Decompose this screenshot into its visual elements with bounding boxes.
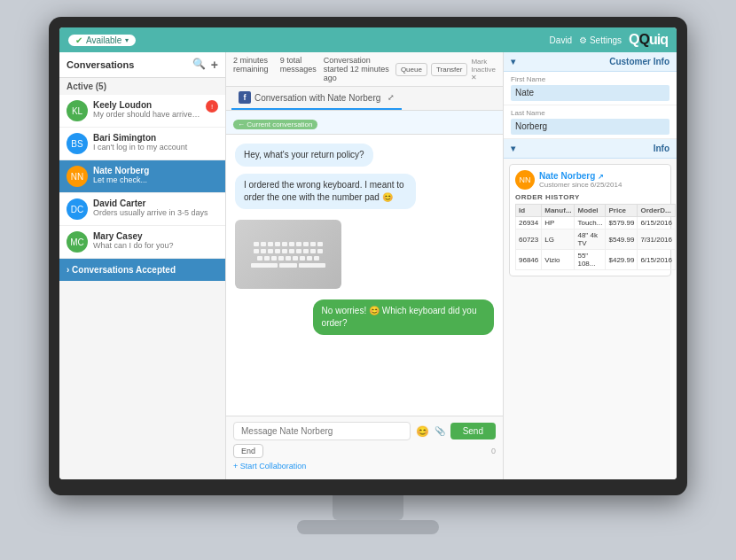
- time-remaining: 2 minutes remaining: [233, 56, 273, 82]
- table-header-price: Price: [606, 205, 638, 217]
- chat-input-area: 😊 📎 Send End 0 + Start Collaboration: [226, 416, 503, 479]
- first-name-value: Nate: [511, 85, 669, 101]
- customer-info-title: Customer Info: [609, 57, 669, 66]
- chevron-down-icon-info: ▾: [511, 144, 515, 153]
- chat-panel: 2 minutes remaining 9 total messages Con…: [226, 52, 504, 479]
- emoji-icon[interactable]: 😊: [416, 425, 429, 438]
- avatar: BS: [67, 133, 88, 154]
- conversation-item-bari[interactable]: BS Bari Simington I can't log in to my a…: [59, 128, 225, 160]
- order-row-1: 26934HPTouch...$579.996/15/2016: [516, 217, 676, 229]
- table-header-date: OrderD...: [638, 205, 676, 217]
- facebook-icon: f: [239, 91, 251, 104]
- conv-name: David Carter: [93, 198, 218, 208]
- top-navigation-bar: ✔ Available ▾ David ⚙ Settings QQuiq: [59, 27, 677, 52]
- gear-icon: ⚙: [579, 35, 590, 45]
- conv-name: Nate Norberg: [93, 166, 218, 175]
- conversations-accepted[interactable]: › Conversations Accepted: [59, 259, 225, 281]
- customer-since: Customer since 6/25/2014: [539, 181, 622, 189]
- available-status[interactable]: ✔ Available ▾: [68, 35, 136, 46]
- avatar: MC: [67, 231, 88, 253]
- message-3: No worries! 😊 Which keyboard did you ord…: [313, 299, 494, 335]
- customer-info-header[interactable]: ▾ Customer Info: [504, 52, 677, 72]
- chat-tab-label: Conversation with Nate Norberg: [254, 93, 380, 103]
- conv-started: Conversation started 12 minutes ago: [324, 56, 395, 82]
- quiq-logo: QQuiq: [629, 32, 668, 48]
- chat-input[interactable]: [233, 422, 411, 440]
- keyboard-image: [235, 220, 341, 289]
- available-label: Available: [86, 35, 121, 45]
- conv-preview: My order should have arrived by now: [93, 110, 200, 119]
- order-history-table: Id Manuf... Model Price OrderD... 26934H…: [515, 204, 676, 270]
- customer-name: Nate Norberg ↗: [539, 171, 622, 181]
- chat-tab-nate[interactable]: f Conversation with Nate Norberg ⤢: [231, 87, 402, 110]
- conv-preview: What can I do for you?: [93, 241, 218, 250]
- customer-info-card: NN Nate Norberg ↗ Customer since 6/25/20…: [509, 164, 671, 276]
- expand-icon: ⤢: [388, 93, 395, 102]
- chat-header: 2 minutes remaining 9 total messages Con…: [226, 52, 503, 87]
- conversation-item-nate[interactable]: NN Nate Norberg Let me check...: [59, 160, 225, 193]
- user-label: David: [550, 35, 573, 45]
- active-section-label: Active (5): [59, 78, 225, 95]
- conv-name: Keely Loudon: [93, 100, 200, 110]
- customer-info-panel: ▾ Customer Info First Name Nate Last Nam…: [504, 52, 677, 479]
- table-header-manuf: Manuf...: [542, 205, 575, 217]
- conv-name: Mary Casey: [93, 231, 218, 241]
- table-header-model: Model: [575, 205, 606, 217]
- conversation-item-keely[interactable]: KL Keely Loudon My order should have arr…: [59, 95, 225, 128]
- current-conv-badge: ← Current conversation: [233, 120, 317, 129]
- message-2: I ordered the wrong keyboard. I meant to…: [235, 174, 416, 209]
- mark-inactive-button[interactable]: Mark Inactive ✕: [471, 58, 496, 82]
- chevron-down-icon: ▾: [511, 57, 515, 66]
- monitor-stand-top: [333, 495, 403, 520]
- end-button[interactable]: End: [233, 444, 263, 458]
- avatar: KL: [67, 100, 88, 121]
- conv-preview: I can't log in to my account: [93, 143, 218, 152]
- order-row-2: 60723LG48" 4k TV$549.997/31/2016: [516, 229, 676, 250]
- order-row-3: 96846Vizio55" 108...$429.996/15/2016: [516, 250, 676, 270]
- settings-label[interactable]: ⚙ Settings: [579, 35, 622, 45]
- last-name-field: Last Name Norberg: [504, 105, 677, 139]
- last-name-label: Last Name: [511, 109, 669, 117]
- customer-avatar: NN: [515, 170, 535, 190]
- conversations-accepted-label: Conversations Accepted: [72, 265, 176, 275]
- total-messages: 9 total messages: [280, 56, 317, 82]
- attach-icon[interactable]: 📎: [435, 426, 445, 436]
- char-count: 0: [491, 447, 496, 455]
- info-section-title: Info: [654, 144, 669, 153]
- message-1: Hey, what's your return policy?: [235, 144, 373, 167]
- conversation-item-david[interactable]: DC David Carter Orders usually arrive in…: [59, 193, 225, 226]
- conv-preview: Let me check...: [93, 175, 218, 184]
- arrow-left-icon: ←: [238, 121, 247, 128]
- conv-preview: Orders usually arrive in 3-5 days: [93, 208, 218, 217]
- queue-button[interactable]: Queue: [395, 63, 427, 76]
- info-section-header[interactable]: ▾ Info: [504, 139, 677, 159]
- last-name-value: Norberg: [511, 119, 669, 135]
- send-button[interactable]: Send: [450, 423, 496, 439]
- unread-badge: !: [206, 100, 218, 113]
- add-conversation-icon[interactable]: +: [211, 58, 218, 72]
- table-header-id: Id: [516, 205, 542, 217]
- monitor-stand-base: [297, 520, 439, 534]
- conversation-item-mary[interactable]: MC Mary Casey What can I do for you?: [59, 226, 225, 259]
- avatar: NN: [67, 166, 88, 187]
- avatar: DC: [67, 198, 88, 220]
- external-link-icon: ↗: [598, 173, 604, 181]
- chat-tab-bar: f Conversation with Nate Norberg ⤢: [226, 87, 503, 111]
- sidebar-title: Conversations: [67, 59, 134, 70]
- chevron-down-icon: ▾: [125, 36, 129, 44]
- conv-name: Bari Simington: [93, 133, 218, 143]
- order-history-title: ORDER HISTORY: [515, 193, 665, 201]
- search-icon[interactable]: 🔍: [192, 58, 206, 72]
- check-icon: ✔: [75, 35, 82, 45]
- conversations-sidebar: Conversations 🔍 + Active (5) KL Keely Lo…: [59, 52, 226, 479]
- first-name-label: First Name: [511, 75, 669, 83]
- first-name-field: First Name Nate: [504, 72, 677, 105]
- start-collaboration-link[interactable]: + Start Collaboration: [233, 458, 496, 474]
- chat-messages: Hey, what's your return policy? I ordere…: [226, 135, 503, 416]
- transfer-button[interactable]: Transfer: [431, 63, 468, 76]
